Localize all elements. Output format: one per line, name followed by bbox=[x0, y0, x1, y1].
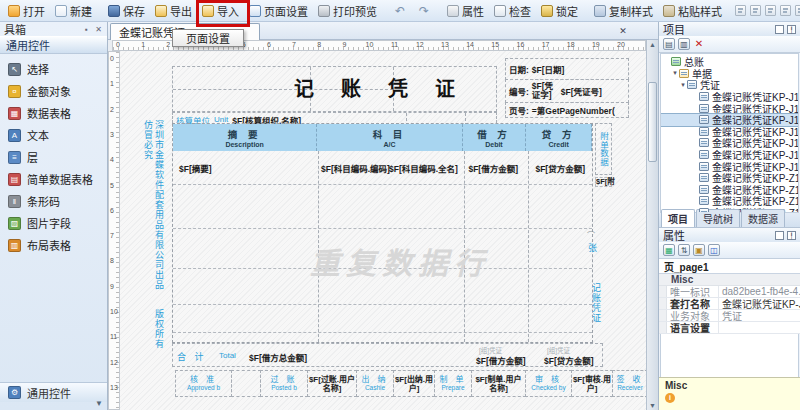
clipboard-icon[interactable]: ▥ bbox=[678, 38, 690, 50]
toolbar-lock-button[interactable]: 锁定 bbox=[537, 2, 582, 20]
attachment-field[interactable]: $F[附 bbox=[595, 177, 612, 187]
signature-cell-2[interactable]: 过 账Posted b bbox=[260, 370, 308, 397]
toolbox-item-text[interactable]: A文本 bbox=[0, 124, 107, 146]
voucher-table[interactable]: 摘 要Description科 目A/C借 方Debit贷 方Credit $F… bbox=[172, 123, 593, 343]
maximize-icon[interactable] bbox=[775, 25, 784, 34]
toolbar-export-button[interactable]: 导出 bbox=[151, 2, 196, 20]
signature-cell-9[interactable]: $F[审核.用户] bbox=[571, 370, 613, 397]
document-close-icon[interactable]: ✕ bbox=[616, 24, 630, 38]
maximize-icon[interactable] bbox=[775, 231, 784, 240]
total-label: 合 计 bbox=[177, 350, 207, 363]
signature-cell-3[interactable]: $F[过账.用户名称] bbox=[307, 370, 357, 397]
toolbox-item-layout-table[interactable]: ▥布局表格 bbox=[0, 234, 107, 256]
toolbar-button-label: 保存 bbox=[123, 3, 145, 19]
toolbox-item-simple-data-table[interactable]: ▤简单数据表格 bbox=[0, 168, 107, 190]
property-value[interactable]: da82bee1-fb4e-4... bbox=[719, 286, 800, 297]
tree-node-ledger[interactable]: 总账 bbox=[661, 56, 798, 68]
align-tool-icon[interactable] bbox=[735, 5, 746, 16]
company-vertical-text[interactable]: 深圳市金蝶软件配套用品有限公司出品 版权所有 仿冒必究 bbox=[142, 120, 164, 370]
pin-icon[interactable]: ╿ bbox=[787, 231, 796, 240]
align-tool-icon[interactable] bbox=[765, 5, 776, 16]
date-field[interactable]: 日期: $F[日期] bbox=[505, 58, 629, 80]
property-value[interactable] bbox=[719, 322, 800, 333]
toolbox-item-layer[interactable]: ≡层 bbox=[0, 146, 107, 168]
total-row[interactable]: 合 计 Total $F[借方总金额] [组]凭证 [组]凭证 $F[借方金额]… bbox=[172, 343, 603, 367]
refresh-icon[interactable]: ▤ bbox=[663, 38, 675, 50]
toolbar-check-button[interactable]: 检查 bbox=[490, 2, 535, 20]
lock-icon bbox=[541, 5, 553, 17]
property-value[interactable]: 凭证 bbox=[719, 310, 800, 321]
design-surface[interactable]: 深圳市金蝶软件配套用品有限公司出品 版权所有 仿冒必究 记 账 凭 证 日期: … bbox=[120, 51, 646, 410]
attachment-count-cell[interactable]: 附单数据 bbox=[595, 123, 612, 175]
number-field[interactable]: 编号: $F[凭证字] $F[凭证号] bbox=[505, 79, 629, 103]
property-pages-icon[interactable]: ▣ bbox=[693, 244, 705, 256]
voucher-vertical-label[interactable]: 记账凭证 bbox=[590, 283, 603, 323]
panel-tab-0[interactable]: 项目 bbox=[661, 209, 695, 227]
ruler-mark: 7 bbox=[292, 41, 296, 48]
voucher-title[interactable]: 记 账 凭 证 bbox=[260, 73, 500, 102]
toolbox-item-amount-object[interactable]: ¤金额对象 bbox=[0, 80, 107, 102]
toolbar-page-setup-button[interactable]: 页面设置 bbox=[245, 2, 312, 20]
account-name-field[interactable]: $F[科目编码.全名] bbox=[389, 162, 458, 174]
tree-expander-icon[interactable]: ▾ bbox=[671, 69, 679, 77]
toolbar-undo-button[interactable]: ↶ bbox=[389, 4, 411, 18]
signature-cell-8[interactable]: 审 核Checked by bbox=[525, 370, 572, 397]
panel-tab-2[interactable]: 数据源 bbox=[741, 209, 785, 227]
tree-node-documents[interactable]: ▾单据 bbox=[661, 68, 798, 80]
table-header-col-1[interactable]: 科 目A/C bbox=[317, 124, 462, 151]
toolbar-new-file-button[interactable]: 新建 bbox=[51, 2, 96, 20]
summary-field[interactable]: $F[摘要] bbox=[179, 162, 212, 174]
toolbox-item-image-field[interactable]: ▨图片字段 bbox=[0, 212, 107, 234]
canvas-vertical-scrollbar[interactable]: ▲ ▼ bbox=[646, 40, 658, 410]
pin-icon[interactable]: ▪ bbox=[82, 25, 91, 34]
signature-cell-1[interactable] bbox=[231, 370, 261, 397]
scroll-down-icon[interactable]: ▼ bbox=[647, 402, 658, 409]
toolbar-save-button[interactable]: 保存 bbox=[104, 2, 149, 20]
toolbar-print-preview-button[interactable]: 打印预览 bbox=[314, 2, 381, 20]
toolbar-copy-style-button[interactable]: 复制样式 bbox=[590, 2, 657, 20]
ruler-mark: 10 bbox=[110, 308, 118, 315]
align-tool-icon[interactable] bbox=[795, 5, 800, 16]
print-preview-icon bbox=[318, 5, 330, 17]
signature-cell-6[interactable]: 制 单Prepare bbox=[434, 370, 472, 397]
toolbox-item-barcode[interactable]: ‖条形码 bbox=[0, 190, 107, 212]
chevron-down-icon[interactable]: ▼ bbox=[95, 399, 103, 408]
property-value[interactable]: 金蝶记账凭证KP-J... bbox=[719, 298, 800, 309]
toolbox-item-select-pointer[interactable]: ↖选择 bbox=[0, 58, 107, 80]
account-code-field[interactable]: $F[科目编码.编码] bbox=[321, 162, 390, 174]
signature-cell-10[interactable]: 签 收Receiver bbox=[612, 370, 646, 397]
property-row-0: 唯一标识da82bee1-fb4e-4... bbox=[659, 286, 800, 298]
toolbar-paste-style-button[interactable]: 粘贴样式 bbox=[659, 2, 726, 20]
signature-cell-4[interactable]: 出 纳Cashie bbox=[356, 370, 394, 397]
pin-icon[interactable]: ╿ bbox=[787, 25, 796, 34]
alphabetical-view-icon[interactable]: ⇅ bbox=[678, 244, 690, 256]
toolbox-item-data-table[interactable]: ▦数据表格 bbox=[0, 102, 107, 124]
align-tool-icon[interactable] bbox=[780, 5, 791, 16]
toolbar-properties-button[interactable]: 属性 bbox=[443, 2, 488, 20]
toolbar-redo-button[interactable]: ↷ bbox=[413, 4, 435, 18]
credit-field[interactable]: $F[贷方金额] bbox=[535, 162, 585, 174]
page-number-field[interactable]: 页号: =第GetPageNumber( bbox=[505, 102, 629, 118]
signature-cell-7[interactable]: $F[制单.用户名称] bbox=[471, 370, 526, 397]
scroll-up-icon[interactable]: ▲ bbox=[647, 41, 658, 48]
signature-cell-5[interactable]: $F[出纳.用户] bbox=[393, 370, 435, 397]
events-icon[interactable]: ◫ bbox=[708, 244, 720, 256]
align-tool-icon[interactable] bbox=[750, 5, 761, 16]
table-header-col-3[interactable]: 贷 方Credit bbox=[526, 124, 592, 151]
toolbox-group-header[interactable]: 通用控件 bbox=[0, 36, 107, 54]
signature-cell-0[interactable]: 核 准Approved b bbox=[175, 370, 232, 397]
table-header-col-0[interactable]: 摘 要Description bbox=[173, 124, 317, 151]
categorized-view-icon[interactable]: ▦ bbox=[663, 244, 675, 256]
delete-icon[interactable]: ✕ bbox=[693, 38, 705, 50]
column-label-en: Description bbox=[225, 141, 264, 148]
toolbox-category-common[interactable]: ⚙ 通用控件 bbox=[0, 382, 107, 402]
selected-object-name[interactable]: 页_page1 bbox=[659, 259, 800, 274]
property-group-misc[interactable]: Misc bbox=[659, 274, 800, 286]
sheets-label[interactable]: 张 bbox=[588, 241, 597, 254]
toolbar-open-folder-button[interactable]: 打开 bbox=[4, 2, 49, 20]
close-icon[interactable]: ✕ bbox=[94, 25, 103, 34]
table-header-col-2[interactable]: 借 方Debit bbox=[463, 124, 527, 151]
scrollbar-thumb[interactable] bbox=[648, 82, 657, 162]
debit-field[interactable]: $F[借方金额] bbox=[468, 162, 518, 174]
tree-expander-icon[interactable]: ▾ bbox=[679, 81, 687, 89]
